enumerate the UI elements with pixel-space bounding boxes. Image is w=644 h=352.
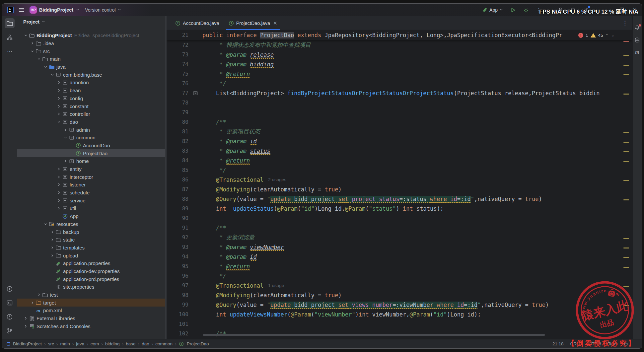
jpa-query-gutter-icon[interactable] — [188, 91, 202, 96]
tree-item-service[interactable]: service — [17, 196, 165, 204]
warning-stripe-mark[interactable] — [623, 267, 629, 268]
run-configuration-selector[interactable]: App — [482, 7, 503, 13]
code-line-78[interactable]: 78 — [167, 98, 620, 107]
code-line-92[interactable]: 92 * 更新浏览量 — [167, 233, 620, 242]
warning-stripe-mark[interactable] — [623, 286, 629, 287]
line-number[interactable]: 95 — [167, 263, 188, 269]
debug-button[interactable] — [523, 7, 529, 13]
tree-item-application-prd-properties[interactable]: application-prd.properties — [17, 275, 165, 283]
line-number[interactable]: 83 — [167, 148, 188, 154]
tree-item-templates[interactable]: templates — [17, 244, 165, 252]
chevron-collapsed-icon[interactable] — [56, 112, 62, 116]
warning-stripe-mark[interactable] — [623, 65, 629, 66]
tree-item-dao[interactable]: dao — [17, 118, 165, 126]
line-number[interactable]: 82 — [167, 138, 188, 144]
run-tool-window-button[interactable] — [5, 284, 15, 294]
chevron-expanded-icon[interactable] — [56, 120, 62, 124]
chevron-collapsed-icon[interactable] — [56, 80, 62, 85]
tree-item-projectdao[interactable]: IProjectDao — [17, 149, 165, 157]
chevron-collapsed-icon[interactable] — [49, 230, 55, 234]
line-number[interactable]: 93 — [167, 244, 188, 250]
problems-tool-window-button[interactable] — [5, 312, 15, 322]
line-number[interactable]: 90 — [167, 215, 188, 221]
code-editor[interactable]: 72 * 根据状态发布中和竞拍中查找项目73 * @param release7… — [167, 40, 620, 339]
tree-item-application-dev-properties[interactable]: application-dev.properties — [17, 267, 165, 275]
chevron-collapsed-icon[interactable] — [56, 190, 62, 195]
error-stripe-mark[interactable] — [623, 41, 629, 42]
code-line-89[interactable]: 89 int updateStatus(@Param("id")Long id,… — [167, 204, 620, 213]
more-tool-windows-button[interactable]: ⋯ — [5, 46, 15, 56]
tree-item-entity[interactable]: entity — [17, 165, 165, 173]
line-number[interactable]: 99 — [167, 302, 188, 308]
code-line-101[interactable]: 101 — [167, 319, 620, 329]
chevron-collapsed-icon[interactable] — [56, 104, 62, 108]
warning-stripe-mark[interactable] — [623, 305, 629, 306]
line-number[interactable]: 74 — [167, 61, 188, 67]
code-line-81[interactable]: 81 * 更新项目状态 — [167, 127, 620, 136]
line-number[interactable]: 97 — [167, 282, 188, 289]
code-line-94[interactable]: 94 * @param id — [167, 252, 620, 261]
code-line-74[interactable]: 74 * @param bidding — [167, 59, 620, 69]
line-ending[interactable]: CRLF — [570, 341, 582, 346]
close-tab-icon[interactable]: ✕ — [273, 20, 277, 26]
warning-stripe-mark[interactable] — [623, 55, 629, 56]
code-line-91[interactable]: 91 /** — [167, 223, 620, 233]
tree-item-backup[interactable]: backup — [17, 228, 165, 236]
tree-item-scratches-and-consoles[interactable]: Scratches and Consoles — [17, 322, 165, 330]
restore-button[interactable] — [617, 7, 625, 13]
tree-item-test[interactable]: test — [17, 291, 165, 299]
minimize-button[interactable]: – — [604, 7, 611, 13]
tree-item-pom-xml[interactable]: mpom.xml — [17, 307, 165, 315]
chevron-collapsed-icon[interactable] — [56, 182, 62, 187]
warning-stripe-mark[interactable] — [623, 238, 629, 239]
line-number[interactable]: 101 — [167, 321, 188, 327]
tree-item-upload[interactable]: upload — [17, 251, 165, 259]
line-number[interactable]: 100 — [167, 311, 188, 317]
code-line-82[interactable]: 82 * @param id — [167, 136, 620, 146]
line-number[interactable]: 91 — [167, 225, 188, 231]
line-number[interactable]: 88 — [167, 196, 188, 202]
code-line-75[interactable]: 75 * @return — [167, 69, 620, 79]
breadcrumb-item[interactable]: src — [48, 341, 54, 346]
indent-style[interactable]: Tab* — [608, 341, 617, 346]
caret-position[interactable]: 21:18 — [552, 341, 564, 346]
chevron-collapsed-icon[interactable] — [49, 246, 55, 250]
line-number[interactable]: 73 — [167, 51, 188, 58]
project-panel-header[interactable]: Project — [17, 16, 165, 28]
sticky-header-line[interactable]: 21 public interface ProjectDao extends J… — [167, 30, 632, 40]
tree-item-schedule[interactable]: schedule — [17, 189, 165, 197]
usages-inlay-hint[interactable]: 1 usage — [268, 283, 284, 288]
chevron-expanded-icon[interactable] — [23, 33, 29, 37]
tree-item-common[interactable]: common — [17, 134, 165, 142]
tree-item-external-libraries[interactable]: External Libraries — [17, 315, 165, 322]
line-number[interactable]: 89 — [167, 205, 188, 212]
tree-item--idea[interactable]: .idea — [17, 39, 165, 47]
tree-item-config[interactable]: config — [17, 95, 165, 103]
code-line-90[interactable]: 90 — [167, 213, 620, 223]
main-menu-button[interactable] — [19, 8, 24, 12]
tree-item-static[interactable]: static — [17, 236, 165, 244]
chevron-collapsed-icon[interactable] — [23, 324, 29, 328]
tree-item-application-properties[interactable]: application.properties — [17, 259, 165, 267]
chevron-collapsed-icon[interactable] — [36, 293, 42, 297]
breadcrumb-item[interactable]: common — [155, 341, 173, 346]
notifications-bell-icon[interactable] — [634, 24, 641, 31]
breadcrumb-item[interactable]: dao — [142, 341, 149, 346]
tab-accountdao-java[interactable]: IAccountDao.java — [171, 16, 224, 30]
usages-inlay-hint[interactable]: 2 usages — [268, 177, 286, 182]
chevron-collapsed-icon[interactable] — [49, 253, 55, 258]
code-line-73[interactable]: 73 * @param release — [167, 50, 620, 59]
code-line-84[interactable]: 84 * @return — [167, 156, 620, 165]
line-number[interactable]: 21 — [167, 32, 188, 38]
line-number[interactable]: 86 — [167, 176, 188, 183]
tree-item-java[interactable]: java — [17, 63, 165, 71]
line-number[interactable]: 96 — [167, 273, 188, 279]
tree-item-constant[interactable]: constant — [17, 102, 165, 110]
code-line-87[interactable]: 87 @Modifying(clearAutomatically = true) — [167, 184, 620, 194]
line-number[interactable]: 81 — [167, 128, 188, 135]
chevron-collapsed-icon[interactable] — [56, 206, 62, 210]
tree-item-accountdao[interactable]: IAccountDao — [17, 142, 165, 150]
line-number[interactable]: 98 — [167, 292, 188, 298]
tree-item-main[interactable]: main — [17, 55, 165, 63]
line-number[interactable]: 78 — [167, 100, 188, 106]
